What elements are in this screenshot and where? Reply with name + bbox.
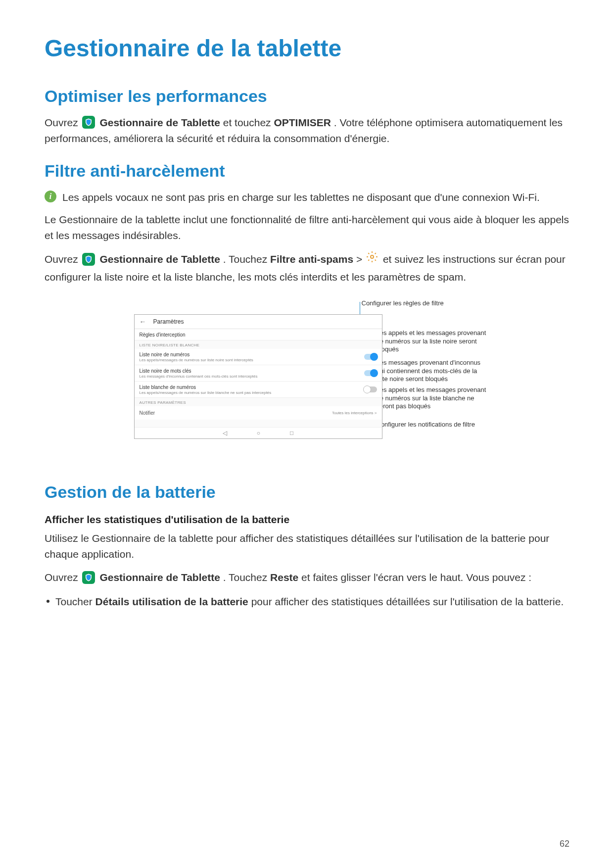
app-label: Gestionnaire de Tablette	[99, 253, 220, 265]
ss-row-sub: Les appels/messages de numéros sur liste…	[140, 390, 377, 395]
battery-bullet-list: Toucher Détails utilisation de la batter…	[45, 594, 569, 610]
text: >	[356, 253, 365, 265]
battery-paragraph-1: Utilisez le Gestionnaire de la tablette …	[45, 530, 569, 562]
info-text: Les appels vocaux ne sont pas pris en ch…	[62, 190, 540, 205]
ss-row-rules[interactable]: Règles d'interception	[135, 329, 382, 340]
reste-label: Reste	[270, 572, 298, 583]
page-number: 62	[560, 839, 569, 849]
settings-screenshot: ← Paramètres Règles d'interception LISTE…	[134, 314, 382, 439]
text: Ouvrez	[45, 253, 81, 265]
battery-paragraph-2: Ouvrez Gestionnaire de Tablette . Touche…	[45, 570, 569, 585]
optimize-paragraph: Ouvrez Gestionnaire de Tablette et touch…	[45, 115, 569, 146]
ss-row-blacklist-keywords[interactable]: Liste noire de mots clés Les messages d'…	[135, 365, 382, 382]
ss-row-title: Notifier	[140, 410, 155, 416]
battery-details-label: Détails utilisation de la batterie	[95, 596, 248, 607]
ss-row-notify[interactable]: Notifier Toutes les interceptions >	[135, 406, 382, 420]
filter-paragraph-2: Ouvrez Gestionnaire de Tablette . Touche…	[45, 251, 569, 285]
ss-row-sub: Les messages d'inconnus contenant ces mo…	[140, 374, 377, 379]
app-label: Gestionnaire de Tablette	[99, 117, 220, 128]
back-arrow-icon[interactable]: ←	[140, 318, 146, 326]
android-navbar: ◁ ○ □	[135, 427, 382, 438]
ss-row-value: Toutes les interceptions >	[332, 411, 377, 415]
text: et touchez	[223, 117, 274, 128]
toggle-switch-icon[interactable]	[364, 370, 377, 376]
section-battery-heading: Gestion de la batterie	[45, 482, 569, 502]
section-optimize-heading: Optimiser les performances	[45, 87, 569, 106]
section-filter-heading: Filtre anti-harcèlement	[45, 161, 569, 181]
ss-section-other: AUTRES PARAMÈTRES	[135, 398, 382, 406]
text: . Touchez	[223, 572, 270, 583]
tablet-manager-icon	[82, 253, 95, 266]
spam-filter-label: Filtre anti-spams	[270, 253, 353, 265]
ss-row-blacklist-numbers[interactable]: Liste noire de numéros Les appels/messag…	[135, 349, 382, 365]
gear-icon	[366, 251, 378, 267]
page-title: Gestionnaire de la tablette	[45, 35, 569, 62]
nav-recent-icon[interactable]: □	[290, 430, 293, 436]
ss-row-sub: Les appels/messages de numéros sur liste…	[140, 358, 377, 362]
tablet-manager-icon	[82, 116, 95, 129]
text: Toucher	[55, 596, 95, 607]
ss-header: ← Paramètres	[135, 315, 382, 329]
svg-point-0	[371, 255, 374, 258]
callout-blacklist-keywords: Les messages provenant d'inconnus qui co…	[377, 359, 490, 383]
ss-row-title: Liste noire de mots clés	[140, 368, 377, 374]
text: Ouvrez	[45, 117, 81, 128]
info-icon: i	[45, 191, 56, 202]
ss-row-title: Règles d'interception	[140, 332, 377, 338]
ss-title: Paramètres	[153, 318, 184, 325]
ss-row-whitelist-numbers[interactable]: Liste blanche de numéros Les appels/mess…	[135, 382, 382, 398]
callout-blacklist-numbers: Les appels et les messages provenant de …	[377, 329, 490, 353]
ss-row-title: Liste noire de numéros	[140, 352, 377, 357]
nav-home-icon[interactable]: ○	[257, 430, 260, 436]
filter-paragraph-1: Le Gestionnaire de la tablette inclut un…	[45, 212, 569, 243]
filter-figure: Configurer les règles de filtre Les appe…	[104, 299, 510, 443]
callout-notifications: Configurer les notifications de filtre	[377, 421, 490, 429]
nav-back-icon[interactable]: ◁	[223, 430, 227, 436]
toggle-switch-icon[interactable]	[364, 386, 377, 392]
optimize-button-label: OPTIMISER	[274, 117, 331, 128]
callout-filter-rules: Configurer les règles de filtre	[362, 299, 475, 307]
ss-row-title: Liste blanche de numéros	[140, 385, 377, 390]
list-item: Toucher Détails utilisation de la batter…	[45, 594, 569, 610]
battery-subheading: Afficher les statistiques d'utilisation …	[45, 514, 569, 526]
text: pour afficher des statistiques détaillée…	[251, 596, 564, 607]
tablet-manager-icon	[82, 571, 95, 584]
toggle-switch-icon[interactable]	[364, 354, 377, 360]
ss-section-lists: LISTE NOIRE/LISTE BLANCHE	[135, 340, 382, 349]
app-label: Gestionnaire de Tablette	[99, 572, 220, 583]
text: . Touchez	[223, 253, 270, 265]
info-note: i Les appels vocaux ne sont pas pris en …	[45, 190, 569, 205]
callout-whitelist-numbers: Les appels et les messages provenant de …	[377, 386, 490, 410]
text: et faites glisser l'écran vers le haut. …	[301, 572, 531, 583]
text: Ouvrez	[45, 572, 81, 583]
